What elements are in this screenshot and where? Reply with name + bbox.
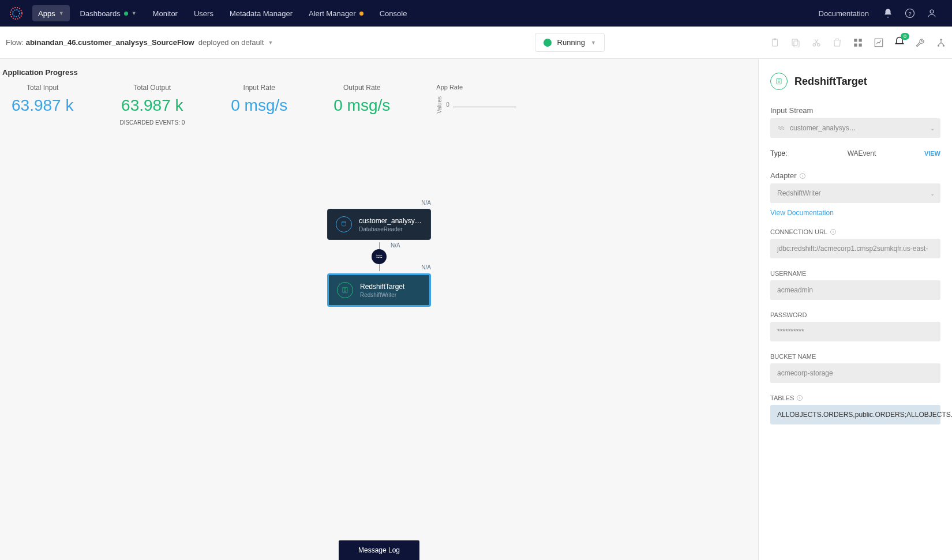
notification-badge[interactable]: 0 (894, 36, 905, 48)
password-field[interactable]: ********** (770, 322, 940, 341)
nav-documentation[interactable]: Documentation (811, 0, 877, 27)
password-label: PASSWORD (770, 311, 940, 318)
flow-connector: N/A (327, 242, 431, 271)
svg-text:?: ? (908, 10, 912, 17)
status-dot-icon (544, 39, 552, 47)
cut-icon[interactable] (811, 37, 822, 48)
type-label: Type: (770, 149, 799, 157)
flow-path[interactable]: abinandan_46.customer_analysys_SourceFlo… (26, 38, 194, 47)
svg-text:i: i (802, 174, 803, 178)
svg-point-19 (342, 221, 346, 223)
canvas[interactable]: Application Progress Total Input 63.987 … (0, 59, 758, 560)
nav-users[interactable]: Users (186, 0, 222, 27)
view-link[interactable]: VIEW (924, 150, 940, 157)
status-chip[interactable]: Running ▼ (535, 33, 605, 52)
svg-point-4 (930, 10, 934, 13)
adapter-select[interactable]: RedshiftWriter⌄ (770, 183, 940, 203)
paste-icon[interactable] (770, 37, 780, 48)
env-caret[interactable]: ▼ (268, 40, 273, 46)
app-logo (9, 6, 23, 20)
svg-rect-6 (774, 38, 777, 40)
input-stream-label: Input Stream (770, 106, 940, 115)
panel-target-icon (770, 73, 788, 90)
svg-rect-13 (854, 43, 857, 46)
bucket-field[interactable]: acmecorp-storage (770, 363, 940, 383)
svg-rect-5 (773, 39, 778, 46)
message-log-button[interactable]: Message Log (339, 540, 419, 560)
connector-label: N/A (391, 242, 400, 249)
status-text: Running (557, 38, 585, 47)
info-icon[interactable]: i (830, 228, 837, 235)
tables-field[interactable]: ALLOBJECTS.ORDERS,public.ORDERS;ALLOBJEC… (770, 405, 940, 424)
stream-icon[interactable] (372, 249, 387, 264)
wrench-icon[interactable] (915, 37, 925, 48)
svg-point-17 (938, 44, 939, 46)
svg-point-16 (940, 39, 942, 40)
deployed-label: deployed on (198, 38, 239, 47)
target-node[interactable]: RedshiftTargetRedshiftWriter (327, 273, 431, 307)
database-icon (336, 216, 352, 232)
svg-rect-7 (792, 39, 797, 46)
username-field[interactable]: acmeadmin (770, 280, 940, 300)
metric-total-output: Total Output 63.987 k DISCARDED EVENTS: … (119, 84, 185, 126)
user-icon[interactable] (927, 8, 937, 18)
svg-rect-14 (859, 43, 862, 46)
flow-bar: Flow: abinandan_46.customer_analysys_Sou… (0, 27, 952, 59)
info-icon[interactable]: i (796, 394, 803, 401)
view-documentation-link[interactable]: View Documentation (770, 209, 940, 217)
info-icon[interactable]: i (799, 172, 806, 179)
grid-icon[interactable] (853, 37, 863, 48)
conn-url-field[interactable]: jdbc:redshift://acmecorp1.cmsp2sumkqfr.u… (770, 239, 940, 258)
metric-input-rate: Input Rate 0 msg/s (231, 84, 287, 115)
source-node[interactable]: customer_analysys…DatabaseReader (327, 209, 431, 240)
svg-text:i: i (833, 230, 834, 234)
metric-output-rate: Output Rate 0 msg/s (333, 84, 390, 115)
input-stream-select[interactable]: customer_analysys… ⌄ (770, 118, 940, 138)
chart-icon[interactable] (874, 37, 884, 48)
adapter-label: Adapteri (770, 171, 940, 180)
svg-point-1 (13, 10, 20, 17)
top-nav: Apps▼ Dashboards▼ Monitor Users Metadata… (0, 0, 952, 27)
bell-icon[interactable] (883, 8, 893, 18)
app-rate-chart: App Rate Values 0 (436, 84, 516, 114)
conn-url-label: CONNECTION URLi (770, 228, 940, 235)
trash-icon[interactable] (832, 37, 842, 48)
svg-text:i: i (800, 396, 801, 400)
svg-rect-12 (859, 39, 862, 42)
target-na: N/A (421, 264, 431, 270)
target-icon (337, 282, 353, 298)
tables-label: TABLESi (770, 394, 940, 401)
type-value: WAEvent (799, 149, 924, 157)
progress-title: Application Progress (0, 68, 758, 77)
hierarchy-icon[interactable] (936, 37, 946, 48)
bucket-label: BUCKET NAME (770, 353, 940, 360)
nav-monitor[interactable]: Monitor (145, 0, 186, 27)
flow-prefix: Flow: (6, 38, 24, 47)
svg-rect-11 (854, 39, 857, 42)
panel-title: RedshiftTarget (794, 76, 867, 88)
nav-dashboards[interactable]: Dashboards▼ (72, 0, 145, 27)
nav-metadata[interactable]: Metadata Manager (222, 0, 301, 27)
nav-console[interactable]: Console (372, 0, 415, 27)
svg-point-18 (943, 44, 944, 46)
username-label: USERNAME (770, 270, 940, 277)
flow-toolbar: 0 (770, 36, 946, 48)
side-panel: RedshiftTarget Input Stream customer_ana… (758, 59, 952, 560)
copy-icon[interactable] (790, 37, 801, 48)
help-icon[interactable]: ? (905, 8, 915, 18)
svg-rect-8 (794, 41, 799, 47)
nav-apps[interactable]: Apps▼ (32, 5, 70, 21)
nav-alert[interactable]: Alert Manager (301, 0, 372, 27)
env-label: default (241, 38, 264, 47)
metric-total-input: Total Input 63.987 k (12, 84, 73, 115)
flow-graph: N/A customer_analysys…DatabaseReader N/A… (327, 209, 431, 307)
source-na: N/A (421, 200, 431, 206)
